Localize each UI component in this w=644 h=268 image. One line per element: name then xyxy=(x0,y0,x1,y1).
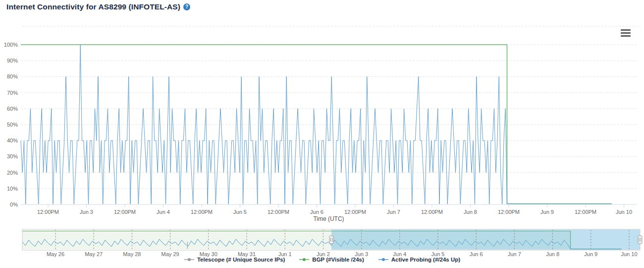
y-tick-label: 60% xyxy=(7,106,18,112)
y-tick-label: 40% xyxy=(7,137,18,143)
legend: Telescope (# Unique Source IPs) BGP (#Vi… xyxy=(184,257,460,263)
x-tick-label: 12:00PM xyxy=(498,209,520,215)
legend-label: Telescope (# Unique Source IPs) xyxy=(197,257,285,263)
navigator-day-label: May 28 xyxy=(123,251,141,257)
y-tick-label: 80% xyxy=(7,73,18,79)
navigator-day-label: May 26 xyxy=(47,251,64,257)
x-tick-label: 12:00PM xyxy=(575,209,596,215)
connectivity-chart: 0%10%20%30%40%50%60%70%80%90%100%12:00PM… xyxy=(0,0,644,268)
menu-bar xyxy=(621,35,631,37)
time-axis-title: Time (UTC) xyxy=(313,215,344,222)
x-tick-label: Jun 7 xyxy=(387,209,400,215)
bgp-legend-marker xyxy=(299,257,310,263)
navigator[interactable] xyxy=(22,229,642,250)
x-tick-label: 12:00PM xyxy=(37,209,59,215)
y-tick-label: 20% xyxy=(7,170,18,176)
navigator-day-label: Jun 7 xyxy=(508,251,521,257)
x-tick-label: 12:00PM xyxy=(191,209,213,215)
menu-bar xyxy=(621,32,631,34)
navigator-handle-left[interactable] xyxy=(329,236,333,244)
navigator-day-label: May 29 xyxy=(161,251,179,257)
y-tick-label: 50% xyxy=(7,122,18,128)
x-tick-label: 12:00PM xyxy=(114,209,136,215)
legend-item-probing[interactable]: Active Probing (#/24s Up) xyxy=(378,257,460,263)
legend-label: BGP (#Visible /24s) xyxy=(312,257,364,263)
navigator-day-label: May 27 xyxy=(85,251,103,257)
legend-item-telescope[interactable]: Telescope (# Unique Source IPs) xyxy=(184,257,285,263)
x-tick-label: Jun 5 xyxy=(233,209,247,215)
probing-legend-marker xyxy=(378,257,389,263)
x-tick-label: 12:00PM xyxy=(421,209,443,215)
y-tick-label: 90% xyxy=(7,58,18,64)
y-tick-label: 10% xyxy=(7,186,18,192)
navigator-day-label: Jun 10 xyxy=(621,251,637,257)
legend-label: Active Probing (#/24s Up) xyxy=(391,257,460,263)
chart-context-menu-icon[interactable] xyxy=(621,29,631,38)
x-tick-label: 12:00PM xyxy=(344,209,366,215)
y-tick-label: 100% xyxy=(4,42,18,48)
y-tick-label: 70% xyxy=(7,90,18,96)
x-tick-label: Jun 8 xyxy=(464,209,477,215)
y-gridlines xyxy=(21,45,637,189)
x-axis-labels: 12:00PMJun 312:00PMJun 412:00PMJun 512:0… xyxy=(37,204,632,215)
navigator-day-label: Jun 8 xyxy=(546,251,559,257)
bgp-series-line xyxy=(21,45,612,204)
x-tick-label: Jun 4 xyxy=(157,209,170,215)
y-tick-label: 0% xyxy=(10,201,18,207)
navigator-handle-right[interactable] xyxy=(638,236,642,244)
navigator-day-label: Jun 6 xyxy=(470,251,483,257)
legend-item-bgp[interactable]: BGP (#Visible /24s) xyxy=(299,257,364,263)
navigator-selection-mask[interactable] xyxy=(331,230,640,250)
menu-bar xyxy=(621,29,631,31)
x-tick-label: Jun 10 xyxy=(616,209,632,215)
x-tick-label: 12:00PM xyxy=(268,209,289,215)
telescope-legend-marker xyxy=(184,257,195,263)
y-tick-label: 30% xyxy=(7,153,18,159)
navigator-day-label: Jun 9 xyxy=(584,251,597,257)
y-axis-labels: 0%10%20%30%40%50%60%70%80%90%100% xyxy=(4,42,18,207)
x-tick-label: Jun 9 xyxy=(540,209,554,215)
x-tick-label: Jun 6 xyxy=(310,209,323,215)
ioda-connectivity-page: { "header": { "title": "Internet Connect… xyxy=(0,0,644,268)
x-tick-label: Jun 3 xyxy=(80,209,93,215)
